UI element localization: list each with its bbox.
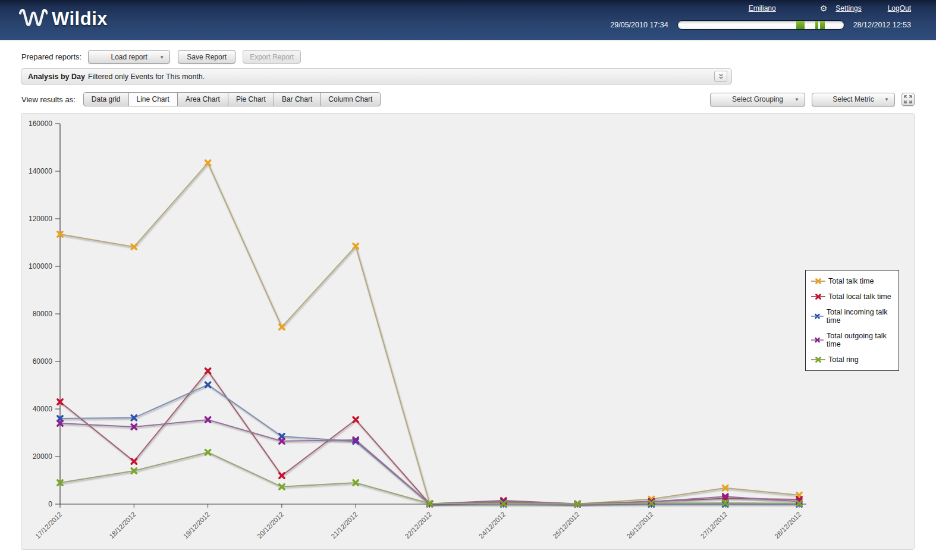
series-markers-4 — [58, 450, 802, 506]
fullscreen-button[interactable] — [902, 93, 915, 106]
y-tick-label: 40000 — [33, 405, 53, 413]
series-line-1 — [60, 371, 799, 504]
line-chart-svg: 0200004000060000800001000001200001400001… — [21, 114, 914, 549]
app-header: Wildix Emiliano ⚙ Settings LogOut 29/05/… — [0, 0, 936, 40]
legend-marker-icon — [811, 355, 825, 364]
legend-label: Total ring — [828, 355, 859, 364]
tab-data-grid[interactable]: Data grid — [83, 92, 129, 106]
series-line-4 — [60, 452, 799, 504]
view-right-controls: Select Grouping ▼ Select Metric ▼ — [710, 93, 915, 106]
select-metric-label: Select Metric — [833, 95, 874, 103]
x-tick-label: 19/12/2012 — [182, 511, 211, 540]
y-tick-label: 100000 — [29, 262, 52, 270]
logout-link[interactable]: LogOut — [888, 4, 911, 12]
settings-link[interactable]: Settings — [836, 4, 861, 12]
legend-item[interactable]: Total ring — [811, 355, 893, 364]
save-report-button[interactable]: Save Report — [178, 50, 235, 64]
legend-marker-icon — [811, 312, 824, 320]
wildix-logo-mark — [18, 7, 48, 32]
legend-marker-icon — [811, 336, 824, 344]
x-tick-label: 20/12/2012 — [256, 511, 285, 540]
legend-label: Total incoming talk time — [827, 308, 893, 325]
slider-handle-mid[interactable] — [815, 21, 818, 29]
y-tick-label: 160000 — [29, 119, 52, 128]
load-report-dropdown[interactable]: Load report ▼ — [88, 50, 170, 64]
gear-icon: ⚙ — [820, 4, 828, 12]
fullscreen-expand-icon — [904, 95, 912, 103]
select-grouping-dropdown[interactable]: Select Grouping ▼ — [710, 93, 805, 106]
prepared-reports-toolbar: Prepared reports: Load report ▼ Save Rep… — [21, 50, 301, 64]
chart-container: 0200004000060000800001000001200001400001… — [21, 113, 915, 550]
view-tabs: Data gridLine ChartArea ChartPie ChartBa… — [83, 92, 381, 106]
legend-label: Total local talk time — [828, 292, 891, 301]
legend-item[interactable]: Total talk time — [811, 277, 893, 285]
x-tick-label: 27/12/2012 — [699, 511, 728, 540]
series-markers-2 — [58, 382, 802, 506]
x-tick-label: 26/12/2012 — [626, 511, 655, 540]
legend-item[interactable]: Total incoming talk time — [811, 308, 893, 325]
report-title: Analysis by Day — [28, 73, 85, 81]
series-line-0 — [60, 163, 799, 504]
wildix-app: Wildix Emiliano ⚙ Settings LogOut 29/05/… — [0, 0, 936, 560]
range-end-label: 28/12/2012 12:53 — [853, 21, 911, 29]
x-tick-label: 25/12/2012 — [551, 511, 580, 540]
select-grouping-label: Select Grouping — [732, 95, 783, 103]
wildix-logo: Wildix — [18, 7, 108, 32]
y-tick-label: 20000 — [33, 452, 53, 461]
tab-area-chart[interactable]: Area Chart — [177, 92, 228, 106]
view-results-row: View results as: Data gridLine ChartArea… — [21, 92, 915, 106]
x-tick-label: 28/12/2012 — [773, 511, 802, 540]
load-report-label: Load report — [111, 53, 147, 61]
expand-filters-button[interactable] — [714, 71, 727, 82]
y-tick-label: 120000 — [29, 215, 52, 223]
x-tick-label: 22/12/2012 — [404, 511, 433, 540]
y-tick-label: 80000 — [33, 310, 53, 318]
date-range-slider[interactable] — [677, 20, 844, 30]
y-tick-label: 140000 — [29, 167, 52, 175]
slider-handle-right[interactable] — [820, 21, 825, 29]
chevron-down-icon: ▼ — [884, 97, 889, 102]
tab-column-chart[interactable]: Column Chart — [320, 92, 381, 106]
chevron-down-icon: ▼ — [794, 97, 799, 102]
report-subtitle: Filtered only Events for This month. — [88, 73, 205, 81]
select-metric-dropdown[interactable]: Select Metric ▼ — [812, 93, 895, 106]
export-report-button: Export Report — [243, 50, 301, 64]
prepared-reports-label: Prepared reports: — [21, 52, 81, 61]
legend-label: Total talk time — [828, 277, 874, 285]
view-results-label: View results as: — [21, 95, 76, 104]
legend-item[interactable]: Total local talk time — [811, 292, 893, 301]
legend-label: Total outgoing talk time — [827, 332, 893, 348]
chart-legend: Total talk time Total local talk time To… — [805, 270, 899, 371]
report-summary-bar: Analysis by Day Filtered only Events for… — [21, 68, 732, 84]
y-tick-label: 0 — [48, 500, 52, 508]
legend-marker-icon — [811, 277, 825, 285]
series-markers-1 — [58, 369, 802, 506]
series-line-2 — [60, 385, 799, 504]
legend-item[interactable]: Total outgoing talk time — [811, 332, 893, 348]
range-start-label: 29/05/2010 17:34 — [610, 21, 668, 29]
legend-marker-icon — [811, 292, 825, 301]
chevron-down-icon: ▼ — [159, 54, 164, 59]
tab-pie-chart[interactable]: Pie Chart — [228, 92, 274, 106]
y-tick-label: 60000 — [33, 357, 53, 366]
double-chevron-down-icon — [718, 73, 724, 80]
brand-text: Wildix — [52, 8, 108, 30]
tab-line-chart[interactable]: Line Chart — [128, 92, 178, 106]
x-tick-label: 17/12/2012 — [34, 511, 63, 540]
x-tick-label: 24/12/2012 — [478, 511, 507, 540]
header-right: Emiliano ⚙ Settings LogOut 29/05/2010 17… — [610, 4, 911, 30]
x-tick-label: 18/12/2012 — [108, 511, 137, 540]
header-links: Emiliano ⚙ Settings LogOut — [610, 4, 911, 12]
slider-handle-left[interactable] — [796, 21, 805, 29]
x-tick-label: 21/12/2012 — [329, 511, 359, 540]
series-markers-0 — [58, 161, 802, 506]
date-range-row: 29/05/2010 17:34 28/12/2012 12:53 — [610, 20, 911, 30]
tab-bar-chart[interactable]: Bar Chart — [274, 92, 321, 106]
user-menu-link[interactable]: Emiliano — [749, 4, 776, 12]
